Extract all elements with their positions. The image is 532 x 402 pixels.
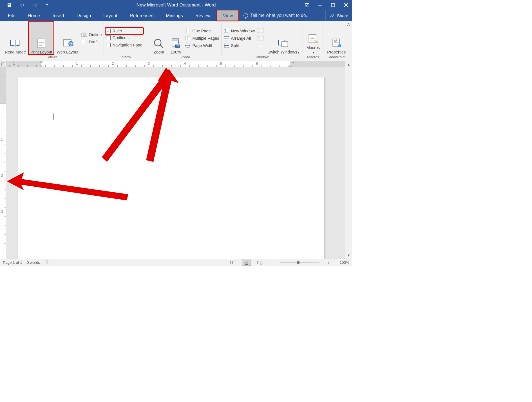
ruler-check-icon [106, 29, 111, 33]
group-label-window: Window [223, 55, 301, 60]
properties-button[interactable]: S Properties [325, 22, 348, 55]
minimize-icon[interactable] [318, 3, 322, 7]
vertical-scrollbar[interactable]: ▲ ▼ [345, 61, 352, 259]
ruler-label: Ruler [112, 29, 122, 33]
qat-customize-icon[interactable] [46, 3, 48, 8]
page-width-button[interactable]: Page Width [184, 42, 220, 49]
window-extra-buttons [256, 22, 265, 55]
share-icon [330, 13, 335, 18]
window-title: New Microsoft Word Document - Word [0, 2, 352, 8]
one-page-label: One Page [192, 29, 211, 33]
arrange-all-icon [224, 36, 229, 41]
first-line-indent-marker[interactable] [39, 61, 43, 64]
tell-me-search[interactable]: Tell me what you want to do... [239, 10, 310, 21]
svg-rect-2 [331, 3, 335, 7]
switch-windows-button[interactable]: Switch Windows▾ [265, 22, 301, 55]
tab-home[interactable]: Home [22, 10, 46, 21]
macros-label: Macros▾ [307, 45, 320, 55]
group-label-zoom: Zoom [151, 55, 220, 60]
arrange-all-label: Arrange All [231, 36, 251, 41]
reset-window-icon[interactable] [257, 44, 264, 49]
tab-layout[interactable]: Layout [97, 10, 124, 21]
split-icon [224, 43, 229, 48]
lightbulb-icon [243, 13, 248, 18]
web-layout-button[interactable]: Web Layout [55, 22, 80, 55]
zoom-button[interactable]: Zoom [151, 22, 167, 55]
ruler-checkbox[interactable]: Ruler [106, 28, 143, 34]
print-layout-button[interactable]: Print Layout [28, 22, 54, 55]
save-icon[interactable] [7, 3, 12, 8]
tab-references[interactable]: References [124, 10, 160, 21]
zoom-percent[interactable]: 100% [335, 260, 349, 265]
arrange-all-button[interactable]: Arrange All [223, 35, 256, 42]
svg-rect-4 [38, 39, 45, 48]
status-bar: Page 1 of 1 0 words − + 100% [0, 259, 352, 266]
new-window-button[interactable]: New Window [223, 28, 256, 34]
svg-rect-33 [282, 42, 288, 47]
svg-marker-41 [146, 69, 179, 162]
one-page-button[interactable]: One Page [184, 28, 220, 34]
zoom-label: Zoom [154, 50, 164, 55]
outline-button[interactable]: Outline [81, 31, 102, 38]
hanging-indent-marker[interactable] [39, 65, 43, 67]
tab-mailings[interactable]: Mailings [160, 10, 189, 21]
print-layout-label: Print Layout [30, 50, 52, 55]
group-zoom: Zoom 100 100% One Page Multiple Pages Pa… [149, 21, 221, 61]
right-indent-marker[interactable] [289, 65, 292, 67]
hundred-percent-button[interactable]: 100 100% [167, 22, 184, 55]
window-buttons [305, 3, 350, 7]
sync-scroll-icon[interactable] [257, 36, 264, 41]
tab-view[interactable]: View [217, 10, 239, 21]
svg-rect-28 [261, 28, 263, 32]
draft-button[interactable]: Draft [81, 39, 102, 45]
maximize-icon[interactable] [331, 3, 335, 7]
annotation-arrow-vertical [142, 69, 179, 162]
tab-insert[interactable]: Insert [46, 10, 70, 21]
text-cursor [53, 113, 53, 120]
annotation-arrow-horizontal [7, 170, 128, 201]
share-button[interactable]: Share [325, 10, 352, 21]
gridlines-checkbox[interactable]: Gridlines [106, 34, 143, 41]
navpane-checkbox[interactable]: Navigation Pane [106, 42, 143, 48]
spellcheck-icon[interactable] [44, 260, 50, 265]
split-button[interactable]: Split [223, 42, 256, 49]
one-page-icon [185, 29, 191, 33]
horizontal-ruler[interactable]: 11234567 [6, 61, 345, 67]
multiple-pages-button[interactable]: Multiple Pages [184, 35, 220, 42]
gridlines-label: Gridlines [112, 35, 128, 40]
zoom-in-button[interactable]: + [326, 260, 331, 265]
scroll-down-icon[interactable]: ▼ [345, 252, 352, 259]
read-mode-button[interactable]: Read Mode [3, 22, 28, 55]
tab-design[interactable]: Design [70, 10, 97, 21]
svg-rect-23 [224, 36, 229, 38]
scroll-up-icon[interactable]: ▲ [345, 61, 352, 68]
ribbon-display-options-icon[interactable] [305, 3, 309, 7]
page-width-icon [185, 43, 191, 48]
vertical-ruler[interactable]: 123 [0, 67, 6, 259]
group-label-macros: Macros [305, 55, 322, 60]
status-words[interactable]: 0 words [27, 260, 40, 265]
tab-file[interactable]: File [0, 10, 22, 21]
group-macros: Macros▾ Macros [303, 21, 324, 61]
zoom-out-button[interactable]: − [269, 260, 273, 265]
zoom-slider[interactable] [280, 262, 319, 263]
redo-icon[interactable] [33, 3, 38, 8]
ruler-corner[interactable] [0, 61, 6, 67]
read-mode-view-icon[interactable] [228, 260, 237, 266]
print-layout-view-icon[interactable] [242, 260, 251, 266]
share-label: Share [337, 13, 348, 18]
undo-icon[interactable] [20, 3, 25, 8]
web-layout-view-icon[interactable] [255, 260, 264, 266]
status-page[interactable]: Page 1 of 1 [3, 260, 22, 265]
tab-review[interactable]: Review [189, 10, 217, 21]
navpane-label: Navigation Pane [112, 43, 142, 47]
svg-rect-19 [188, 37, 190, 40]
multiple-pages-icon [185, 36, 191, 41]
view-side-by-side-icon[interactable] [257, 28, 264, 33]
svg-marker-42 [7, 172, 128, 200]
new-window-icon [224, 29, 229, 33]
quick-access-toolbar [2, 3, 48, 8]
title-bar: New Microsoft Word Document - Word [0, 0, 352, 10]
macros-button[interactable]: Macros▾ [305, 22, 322, 55]
close-icon[interactable] [344, 3, 348, 7]
